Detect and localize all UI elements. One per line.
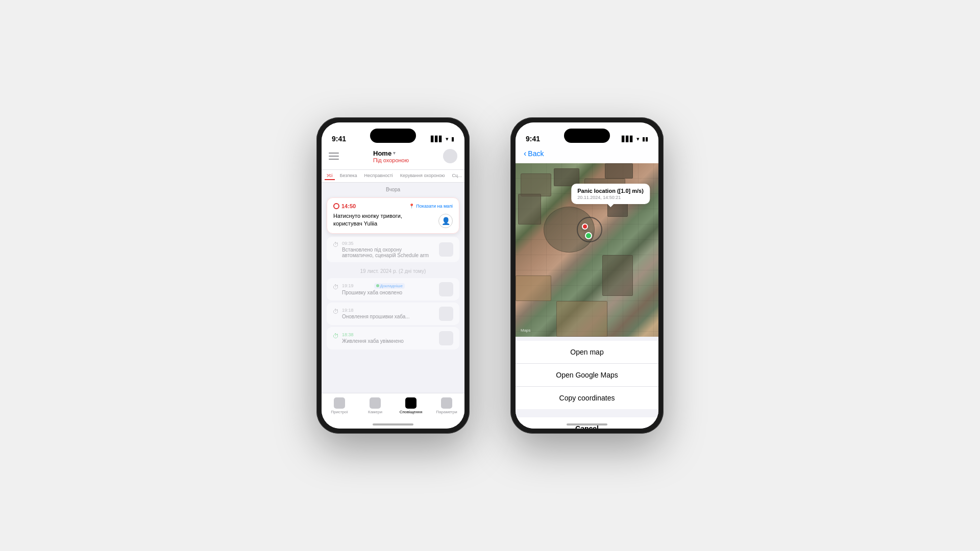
title-row: Home ▾ Під охороною [329,149,457,163]
open-google-maps-button[interactable]: Open Google Maps [516,364,658,387]
tab-security[interactable]: Безпека [338,172,359,180]
building-1 [521,173,551,196]
notif-text: Встановлено під охорону автоматично, сце… [342,247,434,258]
battery-icon-2: ▮▮ [642,136,648,142]
notif-row-4[interactable]: ⏱ 18:38 Живлення хаба увімкнено [327,327,459,349]
building-8 [602,255,633,296]
notif-row[interactable]: ⏱ 09:35 Встановлено під охорону автомати… [327,237,459,262]
phone-2: 9:41 ▋▋▋ ▾ ▮▮ ‹ Back [510,117,664,434]
notifications-icon [405,397,416,409]
building-3 [518,194,541,224]
map-popup: Panic location ([1.0] m/s) 20.11.2024, 1… [571,184,650,204]
notif-text-4: Живлення хаба увімкнено [342,338,404,344]
home-indicator-1 [373,423,413,425]
person-icon: 👤 [438,214,453,228]
alert-card[interactable]: 14:50 📍 Показати на мапі Натиснуто кнопк… [327,197,459,234]
signal-icon-2: ▋▋▋ [622,136,634,142]
wifi-icon-2: ▾ [636,136,640,142]
map-link[interactable]: 📍 Показати на мапі [409,204,453,209]
signal-icon: ▋▋▋ [431,136,443,142]
menu-icon[interactable] [329,153,339,160]
status-time-2: 9:41 [526,135,540,143]
tab-bar-notifications[interactable]: Сповіщення [398,397,424,414]
chevron-down-icon: ▾ [393,151,396,156]
tab-bar-settings[interactable]: Параметри [434,397,459,414]
map-icon: 📍 [409,204,414,209]
notif-row2-header: 19:19 Докладніше [342,283,405,289]
tab-bar-notifications-label: Сповіщення [400,410,423,414]
clock-icon-3: ⏱ [333,308,339,315]
cancel-button[interactable]: Cancel [516,417,658,429]
battery-icon: ▮ [451,136,454,142]
status-time-1: 9:41 [332,135,346,143]
phone2-screen: 9:41 ▋▋▋ ▾ ▮▮ ‹ Back [516,122,658,429]
guard-status: Під охороною [373,157,409,163]
clock-icon-4: ⏱ [333,333,339,340]
building-7 [516,276,551,301]
devices-icon [334,397,345,409]
tab-guard-control[interactable]: Керування охороною [398,172,447,180]
notif-left-2: ⏱ 19:19 Докладніше Прошивку хаба оновлен… [333,283,405,295]
wifi-icon: ▾ [446,136,449,142]
maps-watermark: Maps [521,328,531,333]
notif-row-3[interactable]: ⏱ 19:18 Оновлення прошивки хаба... [327,303,459,325]
notif-row-2[interactable]: ⏱ 19:19 Докладніше Прошивку хаба оновлен… [327,278,459,300]
red-location-pin [582,223,588,230]
status-icons-2: ▋▋▋ ▾ ▮▮ [622,136,648,142]
tab-scenes[interactable]: Сц... [450,172,463,180]
phone-1: 9:41 ▋▋▋ ▾ ▮ Home ▾ Під охороною [316,117,470,434]
status-icons-1: ▋▋▋ ▾ ▮ [431,136,454,142]
notif-left-3: ⏱ 19:18 Оновлення прошивки хаба... [333,308,410,319]
alert-time: 14:50 [333,203,356,209]
tab-faults[interactable]: Несправності [362,172,395,180]
clock-icon: ⏱ [333,241,339,248]
alert-icon [333,203,339,209]
tab-bar-devices[interactable]: Пристрої [327,397,352,414]
tab-bar-cameras-label: Камери [368,410,382,414]
popup-date: 20.11.2024, 14:50:21 [577,195,644,200]
popup-title: Panic location ([1.0] m/s) [577,188,644,194]
building-9 [556,301,607,337]
alert-message: Натиснуто кнопку тривоги, користувач Yul… [333,212,402,228]
open-map-button[interactable]: Open map [516,341,658,364]
tab-bar-top: Усі Безпека Несправності Керування охоро… [322,170,464,183]
home-indicator-2 [567,423,607,425]
notif-text-2: Прошивку хаба оновлено [342,290,405,295]
date-section-today: Вчора [322,183,464,194]
dynamic-island-1 [370,129,416,143]
notif-time-3: 19:18 [342,308,410,313]
notif-left: ⏱ 09:35 Встановлено під охорону автомати… [333,241,434,258]
action-sheet: Open map Open Google Maps Copy coordinat… [516,341,658,429]
tab-bar-cameras[interactable]: Камери [362,397,388,414]
building-5 [605,163,633,179]
phone1-screen: 9:41 ▋▋▋ ▾ ▮ Home ▾ Під охороною [322,122,464,429]
copy-coordinates-button[interactable]: Copy coordinates [516,387,658,409]
map-container[interactable]: Panic location ([1.0] m/s) 20.11.2024, 1… [516,163,658,337]
notif-time: 09:35 [342,241,434,246]
settings-icon [441,397,452,409]
chevron-left-icon: ‹ [524,149,526,158]
notif-left-4: ⏱ 18:38 Живлення хаба увімкнено [333,332,404,344]
tab-bar-devices-label: Пристрої [331,410,348,414]
tab-bar-settings-label: Параметри [436,410,457,414]
detail-badge[interactable]: Докладніше [374,283,405,289]
clock-icon-2: ⏱ [333,284,339,291]
notif-thumb-3 [439,307,453,321]
notif-thumb-4 [439,331,453,345]
alert-body: Натиснуто кнопку тривоги, користувач Yul… [333,212,453,228]
green-location-pin [585,232,592,239]
avatar[interactable] [443,149,457,163]
home-label[interactable]: Home ▾ [373,149,409,157]
cameras-icon [370,397,381,409]
notif-thumb-2 [439,282,453,296]
alert-card-header: 14:50 📍 Показати на мапі [333,203,453,209]
dynamic-island-2 [564,129,610,143]
tab-all[interactable]: Усі [325,172,335,180]
notif-time-4: 18:38 [342,332,404,337]
notif-thumb [439,242,453,257]
action-divider [516,413,658,417]
notif-text-3: Оновлення прошивки хаба... [342,314,410,319]
back-button[interactable]: ‹ Back [524,149,544,158]
date-section-2: 19 лист. 2024 р. (2 дні тому) [322,264,464,276]
